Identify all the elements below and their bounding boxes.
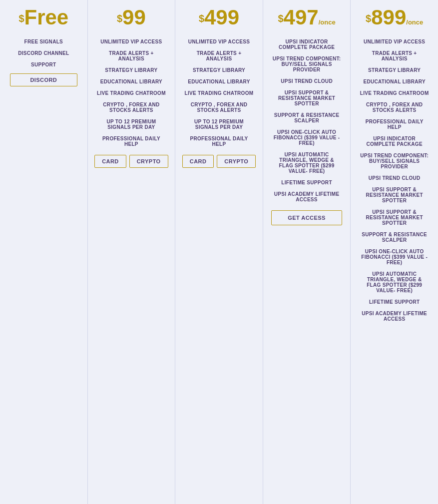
discord-button[interactable]: DISCORD [10, 73, 77, 86]
feature-899-support-resistance1: UPSI SUPPORT &RESISTANCE MARKETSPOTTER [355, 184, 434, 206]
card-button-499[interactable]: CARD [182, 155, 214, 168]
col-499: $499 UNLIMITED VIP ACCESS TRADE ALERTS +… [175, 0, 263, 504]
pricing-table: $Free FREE SIGNALS DISCORD CHANNEL SUPPO… [0, 0, 438, 504]
feature-99-professional: PROFESSIONAL DAILYHELP [92, 133, 171, 150]
feature-899-trade-alerts: TRADE ALERTS +ANALYSIS [355, 47, 434, 64]
card-button-99[interactable]: CARD [94, 155, 126, 168]
feature-99-unlimited-vip: UNLIMITED VIP ACCESS [92, 36, 171, 47]
feature-497-upsi-indicator: UPSI INDICATORCOMPLETE PACKAGE [267, 36, 347, 53]
feature-discord-channel: DISCORD CHANNEL [4, 47, 83, 59]
feature-99-live-trading: LIVE TRADING CHATROOM [92, 87, 171, 99]
btn-group-499: CARD CRYPTO [182, 155, 256, 168]
feature-497-scalper: SUPPORT & RESISTANCESCALPER [267, 109, 347, 126]
col-497: $497/once UPSI INDICATORCOMPLETE PACKAGE… [263, 0, 351, 504]
get-access-button-497[interactable]: GET ACCESS [271, 210, 343, 225]
feature-899-live-trading: LIVE TRADING CHATROOM [355, 87, 434, 99]
price-899: $899/once [366, 6, 423, 29]
col-free: $Free FREE SIGNALS DISCORD CHANNEL SUPPO… [0, 0, 88, 504]
feature-899-educational: EDUCATIONAL LIBRARY [355, 76, 434, 87]
feature-499-professional: PROFESSIONAL DAILYHELP [179, 133, 259, 150]
feature-99-educational: EDUCATIONAL LIBRARY [92, 76, 171, 87]
feature-899-fibonacci: UPSI ONE-CLICK AUTOFIBONACCI ($399 VALUE… [355, 246, 434, 268]
feature-99-trade-alerts: TRADE ALERTS +ANALYSIS [92, 47, 171, 64]
feature-899-crypto-forex: CRYPTO , FOREX ANDSTOCKS ALERTS [355, 99, 434, 116]
feature-499-live-trading: LIVE TRADING CHATROOM [179, 87, 259, 99]
feature-499-strategy: STRATEGY LIBRARY [179, 64, 259, 76]
feature-499-crypto-forex: CRYPTO , FOREX ANDSTOCKS ALERTS [179, 99, 259, 116]
price-99: $99 [117, 6, 146, 29]
price-free: $Free [18, 6, 68, 29]
feature-497-support-resistance: UPSI SUPPORT &RESISTANCE MARKETSPOTTER [267, 87, 347, 109]
feature-499-trade-alerts: TRADE ALERTS +ANALYSIS [179, 47, 259, 64]
feature-899-academy: UPSI ACADEMY LIFETIMEACCESS [355, 308, 434, 325]
price-497: $497/once [278, 6, 335, 29]
price-499: $499 [199, 6, 239, 29]
col-899: $899/once UNLIMITED VIP ACCESS TRADE ALE… [351, 0, 438, 504]
feature-899-triangle: UPSI AUTOMATICTRIANGLE, WEDGE &FLAG SPOT… [355, 268, 434, 296]
crypto-button-499[interactable]: CRYPTO [217, 155, 256, 168]
feature-899-professional: PROFESSIONAL DAILYHELP [355, 116, 434, 133]
feature-899-upsi-indicator: UPSI INDICATORCOMPLETE PACKAGE [355, 133, 434, 150]
col-99: $99 UNLIMITED VIP ACCESS TRADE ALERTS +A… [88, 0, 176, 504]
feature-499-unlimited-vip: UNLIMITED VIP ACCESS [179, 36, 259, 47]
feature-499-premium-signals: UP TO 12 PREMIUMSIGNALS PER DAY [179, 116, 259, 133]
feature-497-lifetime-support: LIFETIME SUPPORT [267, 177, 347, 188]
feature-497-fibonacci: UPSI ONE-CLICK AUTOFIBONACCI ($399 VALUE… [267, 126, 347, 149]
feature-99-crypto-forex: CRYPTO , FOREX ANDSTOCKS ALERTS [92, 99, 171, 116]
feature-99-premium-signals: UP TO 12 PREMIUMSIGNALS PER DAY [92, 116, 171, 133]
feature-497-upsi-trend-cloud: UPSI TREND CLOUD [267, 75, 347, 87]
feature-497-upsi-trend-component: UPSI TREND COMPONENT:BUY/SELL SIGNALSPRO… [267, 53, 347, 75]
feature-899-strategy: STRATEGY LIBRARY [355, 64, 434, 76]
feature-99-strategy: STRATEGY LIBRARY [92, 64, 171, 76]
feature-899-upsi-trend-cloud: UPSI TREND CLOUD [355, 172, 434, 184]
feature-899-support-resistance2: UPSI SUPPORT &RESISTANCE MARKETSPOTTER [355, 206, 434, 229]
feature-899-scalper: SUPPORT & RESISTANCESCALPER [355, 229, 434, 246]
feature-499-educational: EDUCATIONAL LIBRARY [179, 76, 259, 87]
feature-899-unlimited-vip: UNLIMITED VIP ACCESS [355, 36, 434, 47]
feature-899-lifetime-support: LIFETIME SUPPORT [355, 296, 434, 308]
crypto-button-99[interactable]: CRYPTO [129, 155, 168, 168]
feature-support: SUPPORT [4, 59, 83, 70]
feature-497-triangle: UPSI AUTOMATICTRIANGLE, WEDGE &FLAG SPOT… [267, 149, 347, 177]
feature-497-academy: UPSI ACADEMY LIFETIMEACCESS [267, 188, 347, 205]
feature-899-upsi-trend-component: UPSI TREND COMPONENT:BUY/SELL SIGNALSPRO… [355, 150, 434, 172]
feature-free-signals: FREE SIGNALS [4, 36, 83, 47]
btn-group-99: CARD CRYPTO [94, 155, 168, 168]
